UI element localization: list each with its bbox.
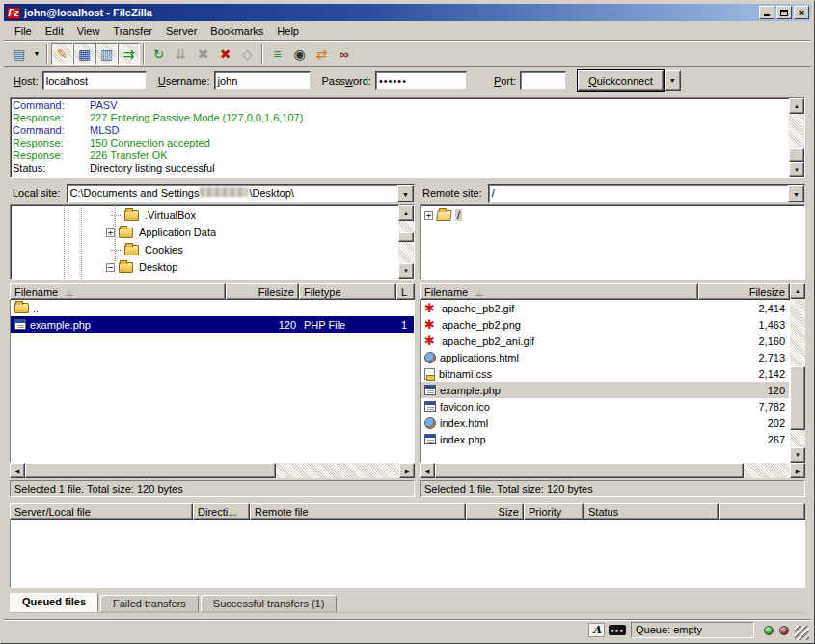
column-priority[interactable]: Priority [524,503,584,520]
compare-directories-button[interactable]: ◉ [288,43,311,65]
remote-file-row[interactable]: index.html 202 [421,415,789,431]
quickconnect-dropdown[interactable]: ▼ [665,70,681,91]
scroll-left-icon[interactable]: ◀ [420,463,435,478]
toggle-remote-tree-button[interactable]: ▥ [95,43,118,65]
menu-bookmarks[interactable]: Bookmarks [204,23,270,39]
menu-transfer[interactable]: Transfer [106,23,159,39]
remote-file-row[interactable]: index.php 267 [421,431,789,447]
local-file-row-parent[interactable]: .. [11,300,414,316]
ascii-datatype-icon[interactable]: A [588,623,605,637]
username-input[interactable]: john [214,71,311,90]
column-size[interactable]: Size [466,503,524,520]
scroll-track[interactable] [276,463,399,478]
local-hscrollbar[interactable]: ◀ ▶ [10,463,415,478]
menu-edit[interactable]: Edit [39,23,70,39]
disconnect-button[interactable]: ✖ [214,43,236,65]
queue-list[interactable] [10,520,805,588]
toggle-queue-button[interactable]: ⇉ [118,43,140,65]
scroll-track[interactable] [790,430,805,447]
expand-plus-icon[interactable]: + [424,211,433,220]
tree-item-cookies[interactable]: Cookies [11,241,398,258]
tab-failed-transfers[interactable]: Failed transfers [100,595,199,612]
title-bar[interactable]: Fz john@localhost - FileZilla × [4,4,811,21]
column-filename[interactable]: Filename [10,283,226,300]
remote-file-row-selected[interactable]: example.php 120 [421,382,789,398]
scroll-track[interactable] [398,242,414,263]
reconnect-button[interactable]: ◇ [236,43,258,65]
local-file-row-example-php[interactable]: example.php 120 PHP File 1 [11,316,414,333]
toggle-message-log-button[interactable]: ✎ [51,43,73,65]
site-manager-button[interactable]: ▤ [8,43,30,65]
scroll-thumb[interactable] [789,148,804,162]
scroll-thumb[interactable] [435,463,744,478]
remote-file-row[interactable]: apache_pb2.gif 2,414 [421,300,789,316]
scroll-down-icon[interactable]: ▼ [398,263,414,279]
toggle-local-tree-button[interactable]: ▦ [73,43,95,65]
scroll-up-icon[interactable]: ▲ [790,283,805,299]
column-filesize[interactable]: Filesize [698,283,790,300]
remote-vscrollbar[interactable]: ▲ ▼ [790,283,805,463]
remote-file-row[interactable]: apache_pb2.png 1,463 [421,316,789,333]
maximize-button[interactable] [776,6,792,19]
scroll-track[interactable] [398,221,414,232]
scroll-up-icon[interactable]: ▲ [789,98,804,114]
menu-view[interactable]: View [70,23,107,39]
collapse-minus-icon[interactable]: − [106,263,115,272]
remote-file-row[interactable]: applications.html 2,713 [421,349,789,365]
scroll-left-icon[interactable]: ◀ [10,463,25,478]
tab-successful-transfers[interactable]: Successful transfers (1) [201,595,338,612]
close-button[interactable]: × [794,6,809,19]
scroll-up-icon[interactable]: ▲ [398,205,414,221]
local-site-dropdown[interactable]: ▼ [397,185,414,202]
tree-item-root[interactable]: + / [421,206,804,224]
remote-site-combo[interactable]: / ▼ [488,184,805,203]
tree-item-virtualbox[interactable]: .VirtualBox [11,206,398,224]
remote-file-row[interactable]: bitnami.css 2,142 [421,365,789,382]
column-remote-file[interactable]: Remote file [250,503,466,520]
cancel-operation-button[interactable]: ✖ [192,43,214,65]
process-queue-button[interactable]: ⇊ [170,43,192,65]
column-server-local-file[interactable]: Server/Local file [10,503,193,520]
column-filetype[interactable]: Filetype [299,283,396,300]
column-last-modified[interactable]: L [396,283,415,300]
password-input[interactable]: •••••• [375,71,467,90]
tab-queued-files[interactable]: Queued files [10,593,98,612]
column-filename[interactable]: Filename [420,283,698,300]
remote-file-row[interactable]: apache_pb2_ani.gif 2,160 [421,333,789,349]
column-status[interactable]: Status [584,503,719,520]
scroll-down-icon[interactable]: ▼ [789,162,804,177]
scroll-thumb[interactable] [25,463,276,478]
minimize-button[interactable] [759,6,774,19]
tree-item-desktop[interactable]: − Desktop [11,258,398,276]
scroll-right-icon[interactable]: ▶ [399,463,415,478]
remote-file-row[interactable]: favicon.ico 7,782 [421,398,789,415]
local-site-combo[interactable]: C:\Documents and Settings\Desktop\ ▼ [67,184,415,203]
resize-grip[interactable] [795,626,809,640]
column-filesize[interactable]: Filesize [226,283,299,300]
local-tree-scrollbar[interactable]: ▲ ▼ [398,205,414,279]
scroll-right-icon[interactable]: ▶ [790,463,805,478]
menu-server[interactable]: Server [159,23,204,39]
expand-plus-icon[interactable]: + [106,228,115,237]
scroll-track[interactable] [744,463,790,478]
find-files-button[interactable]: ∞ [333,43,355,65]
site-manager-dropdown[interactable]: ▼ [30,43,43,65]
local-path[interactable]: C:\Documents and Settings\Desktop\ [68,185,397,202]
scroll-down-icon[interactable]: ▼ [790,447,805,463]
port-input[interactable] [520,71,566,90]
menu-help[interactable]: Help [270,23,306,39]
quickconnect-button[interactable]: Quickconnect [578,70,664,91]
scroll-thumb[interactable] [398,232,414,242]
filter-button[interactable]: ≡ [266,43,288,65]
column-direction[interactable]: Directi... [193,503,250,520]
remote-path[interactable]: / [489,185,788,202]
tree-item-application-data[interactable]: + Application Data [11,224,398,241]
refresh-button[interactable]: ↻ [148,43,170,65]
remote-site-dropdown[interactable]: ▼ [788,185,804,202]
log-scrollbar[interactable]: ▲ ▼ [789,98,804,177]
sync-browsing-button[interactable]: ⇄ [311,43,333,65]
menu-file[interactable]: File [8,23,39,39]
remote-hscrollbar[interactable]: ◀ ▶ [420,463,805,478]
speed-limit-icon[interactable]: ▪▪▪ [609,625,626,635]
scroll-track[interactable] [789,114,804,148]
